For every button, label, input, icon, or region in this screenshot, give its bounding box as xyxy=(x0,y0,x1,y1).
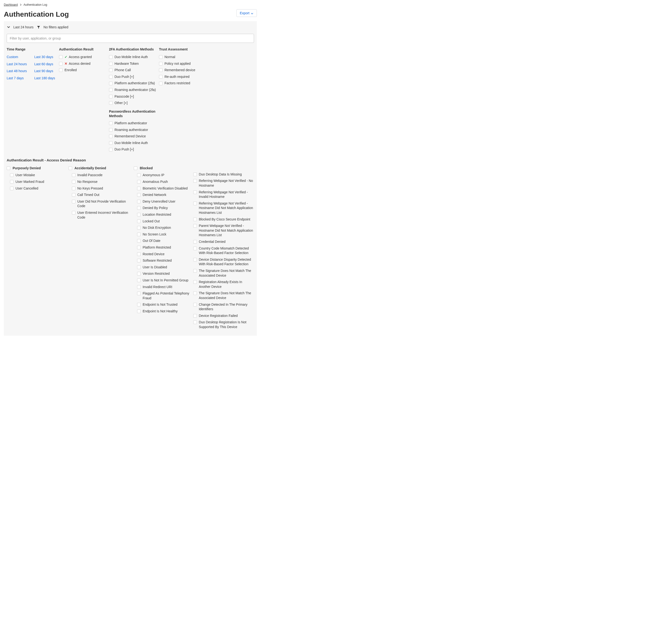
time-range-link[interactable]: Last 7 days xyxy=(7,76,33,81)
checkbox[interactable] xyxy=(137,246,141,249)
checkbox[interactable] xyxy=(72,193,76,197)
blocked-item: Parent Webpage Not Verified - Hostname D… xyxy=(193,224,254,238)
checkbox[interactable] xyxy=(137,252,141,256)
blocked-item: Duo Desktop Data Is Missing xyxy=(193,172,254,177)
purposely-denied-checkbox[interactable] xyxy=(7,167,10,170)
checkbox[interactable] xyxy=(159,82,163,85)
checkbox[interactable] xyxy=(109,82,113,85)
blocked-checkbox[interactable] xyxy=(134,167,137,170)
checkbox[interactable] xyxy=(137,239,141,243)
blocked-item: Credential Denied xyxy=(193,239,254,244)
checkbox[interactable] xyxy=(193,224,197,228)
checkbox-label: Referring Webpage Not Verified - No Host… xyxy=(199,179,254,188)
checkbox[interactable] xyxy=(72,173,76,177)
blocked-item: Endpoint Is Not Trusted xyxy=(137,302,193,307)
filter-icon xyxy=(37,26,40,29)
checkbox[interactable] xyxy=(137,206,141,210)
checkbox[interactable] xyxy=(59,55,63,59)
checkbox[interactable] xyxy=(109,68,113,72)
time-range-link[interactable]: Last 30 days xyxy=(34,55,61,60)
checkbox[interactable] xyxy=(137,219,141,223)
purposely-item: User Mistake xyxy=(10,173,69,178)
checkbox[interactable] xyxy=(109,128,113,132)
checkbox-label: Passcode [+] xyxy=(114,94,134,99)
checkbox[interactable] xyxy=(109,88,113,92)
checkbox[interactable] xyxy=(159,62,163,66)
time-range-link[interactable]: Last 90 days xyxy=(34,69,61,74)
blocked-item: Invalid Redirect URI xyxy=(137,285,193,290)
checkbox-label: Factors restricted xyxy=(165,81,190,86)
checkbox[interactable] xyxy=(193,280,197,284)
checkbox[interactable] xyxy=(137,213,141,216)
checkbox[interactable] xyxy=(109,148,113,151)
checkbox[interactable] xyxy=(193,173,197,176)
checkbox[interactable] xyxy=(137,265,141,269)
checkbox[interactable] xyxy=(193,269,197,273)
checkbox[interactable] xyxy=(193,292,197,295)
checkbox[interactable] xyxy=(109,75,113,79)
checkbox-label: Version Restricted xyxy=(142,272,170,276)
checkbox[interactable] xyxy=(137,259,141,262)
filters-panel: Last 24 hours No filters applied Time Ra… xyxy=(4,21,257,336)
checkbox[interactable] xyxy=(193,240,197,243)
checkbox[interactable] xyxy=(10,187,14,190)
checkbox[interactable] xyxy=(59,68,63,72)
checkbox[interactable] xyxy=(109,141,113,145)
checkbox[interactable] xyxy=(137,272,141,276)
checkbox[interactable] xyxy=(72,211,76,215)
filter-search-input[interactable] xyxy=(7,34,254,43)
checkbox[interactable] xyxy=(109,55,113,59)
breadcrumb-dashboard-link[interactable]: Dashboard xyxy=(4,3,18,7)
checkbox-label: User Marked Fraud xyxy=(15,180,44,184)
export-button[interactable]: Export xyxy=(236,9,257,17)
checkbox[interactable] xyxy=(137,303,141,306)
time-range-link[interactable]: Last 60 days xyxy=(34,62,61,67)
checkbox[interactable] xyxy=(137,173,141,177)
checkbox[interactable] xyxy=(193,179,197,183)
checkbox[interactable] xyxy=(159,68,163,72)
checkbox[interactable] xyxy=(137,233,141,236)
checkbox-label: Device Registration Failed xyxy=(199,314,237,318)
checkbox[interactable] xyxy=(109,101,113,105)
checkbox[interactable] xyxy=(72,200,76,203)
checkbox[interactable] xyxy=(193,218,197,221)
auth-result-title: Authentication Result xyxy=(59,47,109,52)
collapse-toggle[interactable] xyxy=(7,25,10,29)
checkbox[interactable] xyxy=(72,187,76,190)
checkbox[interactable] xyxy=(193,247,197,250)
checkbox[interactable] xyxy=(193,303,197,306)
checkbox[interactable] xyxy=(193,320,197,324)
checkbox[interactable] xyxy=(137,226,141,229)
time-range-link[interactable]: Last 48 hours xyxy=(7,69,33,74)
checkbox[interactable] xyxy=(193,191,197,194)
time-range-link[interactable]: Custom xyxy=(7,55,33,60)
checkbox[interactable] xyxy=(109,62,113,66)
time-range-link[interactable]: Last 24 hours xyxy=(7,62,33,67)
checkbox[interactable] xyxy=(137,187,141,190)
checkbox[interactable] xyxy=(72,180,76,184)
checkbox[interactable] xyxy=(137,310,141,313)
checkbox[interactable] xyxy=(159,75,163,79)
blocked-item: Endpoint Is Not Healthy xyxy=(137,309,193,314)
checkbox[interactable] xyxy=(109,121,113,125)
checkbox[interactable] xyxy=(59,62,63,66)
checkbox[interactable] xyxy=(137,193,141,197)
checkbox[interactable] xyxy=(137,292,141,295)
checkbox[interactable] xyxy=(137,200,141,203)
checkbox-label: The Signature Does Not Match The Associa… xyxy=(199,269,254,278)
checkbox[interactable] xyxy=(137,180,141,184)
checkbox[interactable] xyxy=(109,95,113,98)
checkbox[interactable] xyxy=(193,314,197,318)
accidentally-denied-checkbox[interactable] xyxy=(69,167,72,170)
method-2fa-item: Duo Push [+] xyxy=(109,75,159,79)
checkbox[interactable] xyxy=(193,202,197,205)
time-range-link[interactable]: Last 180 days xyxy=(34,76,61,81)
checkbox[interactable] xyxy=(159,55,163,59)
checkbox-label: User Cancelled xyxy=(15,186,38,191)
checkbox[interactable] xyxy=(10,173,14,177)
checkbox[interactable] xyxy=(137,279,141,282)
checkbox[interactable] xyxy=(10,180,14,184)
checkbox[interactable] xyxy=(137,285,141,289)
checkbox[interactable] xyxy=(109,134,113,138)
checkbox[interactable] xyxy=(193,258,197,261)
